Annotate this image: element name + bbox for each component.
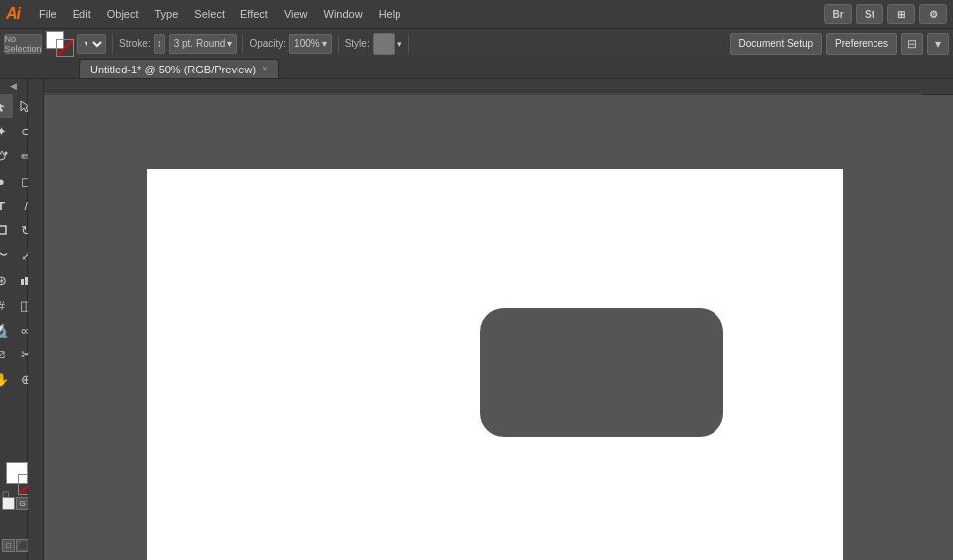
type-tool[interactable]: T	[0, 194, 13, 217]
opacity-value: 100%	[294, 38, 320, 49]
toolbox-collapse[interactable]: ◀	[10, 81, 17, 91]
hand-tool[interactable]: ✋	[0, 367, 13, 391]
main-layout: ◀ ✦ ⊂ ✏ ● ◻ T /	[0, 79, 953, 560]
stroke-swatch[interactable]	[56, 39, 74, 57]
toolbox: ◀ ✦ ⊂ ✏ ● ◻ T /	[0, 79, 28, 560]
bridge-icon-btn[interactable]: Br	[824, 4, 852, 24]
svg-point-2	[5, 152, 8, 155]
stroke-dropdown-arrow: ▾	[227, 38, 232, 49]
default-colors-icon[interactable]: ◻	[2, 490, 9, 499]
stroke-weight-value: 3 pt. Round	[174, 38, 226, 49]
style-swatch[interactable]	[373, 33, 395, 55]
stock-icon-btn[interactable]: St	[856, 4, 883, 24]
fill-stroke-swatch[interactable]	[46, 31, 74, 57]
document-setup-button[interactable]: Document Setup	[730, 33, 823, 55]
document-tab[interactable]: Untitled-1* @ 50% (RGB/Preview) ×	[79, 59, 279, 78]
stroke-weight-display: ↕	[157, 38, 162, 49]
mesh-tool[interactable]: #	[0, 293, 13, 317]
no-selection-label: No Selection	[4, 34, 42, 54]
tab-bar: Untitled-1* @ 50% (RGB/Preview) ×	[0, 58, 953, 79]
vertical-ruler	[28, 79, 44, 560]
horizontal-ruler	[28, 79, 953, 95]
style-dropdown-arrow[interactable]: ▾	[397, 39, 402, 49]
tab-close-button[interactable]: ×	[262, 64, 268, 74]
menu-view[interactable]: View	[277, 5, 315, 23]
top-toolbar: No Selection ▼ Stroke: ↕ 3 pt. Round ▾ O…	[0, 28, 953, 58]
more-options-btn[interactable]: ▾	[927, 33, 949, 55]
ruler-h-ticks	[28, 79, 953, 95]
canvas-area	[28, 79, 953, 560]
fill-stroke-section: ▼	[46, 31, 106, 57]
menu-select[interactable]: Select	[187, 5, 232, 23]
arrange-icon-btn[interactable]: ⊟	[901, 33, 923, 55]
blob-brush-tool[interactable]: ●	[0, 169, 13, 193]
change-screen-mode-row: □ ⬛	[2, 539, 29, 552]
menu-edit[interactable]: Edit	[66, 5, 98, 23]
select-tool[interactable]	[0, 94, 13, 118]
menu-file[interactable]: File	[32, 5, 64, 23]
normal-screen-btn[interactable]: □	[2, 539, 15, 552]
stroke-style-dropdown[interactable]: 3 pt. Round ▾	[169, 34, 238, 54]
toolbar-right: Document Setup Preferences ⊟ ▾	[730, 33, 949, 55]
style-label: Style:	[345, 38, 370, 49]
stroke-label: Stroke:	[119, 38, 151, 49]
opacity-arrow: ▾	[322, 38, 327, 49]
separator-1	[112, 34, 113, 54]
svg-rect-3	[0, 226, 6, 234]
svg-rect-4	[21, 279, 24, 285]
opacity-control[interactable]: 100% ▾	[289, 34, 332, 54]
magic-wand-tool[interactable]: ✦	[0, 119, 13, 143]
symbol-tool[interactable]: ⊛	[0, 268, 13, 292]
rectangle-tool[interactable]	[0, 218, 13, 242]
eyedropper-tool[interactable]: 🔬	[0, 318, 13, 342]
app-icons-right: Br St ⊞ ⚙	[824, 4, 947, 24]
menu-effect[interactable]: Effect	[234, 5, 275, 23]
preferences-button[interactable]: Preferences	[826, 33, 897, 55]
slice-tool[interactable]: ⧄	[0, 343, 13, 366]
stroke-style-section: 3 pt. Round ▾	[169, 34, 238, 54]
stroke-section: Stroke: ↕	[119, 34, 165, 54]
menu-type[interactable]: Type	[148, 5, 186, 23]
warp-tool[interactable]: 〜	[0, 243, 13, 267]
tab-title: Untitled-1* @ 50% (RGB/Preview)	[90, 64, 256, 75]
separator-2	[242, 34, 243, 54]
style-section: Style: ▾	[345, 33, 402, 55]
svg-marker-0	[0, 101, 5, 112]
separator-4	[408, 34, 409, 54]
stroke-none-line	[56, 39, 74, 57]
menu-bar: Ai File Edit Object Type Select Effect V…	[0, 0, 953, 28]
rounded-rectangle-shape[interactable]	[480, 308, 723, 437]
menu-help[interactable]: Help	[372, 5, 408, 23]
workspace-icon-btn[interactable]: ⊞	[887, 4, 915, 24]
opacity-label: Opacity:	[249, 38, 286, 49]
pen-tool[interactable]	[0, 144, 13, 168]
selection-section: No Selection	[4, 34, 42, 54]
artboard	[147, 169, 843, 560]
toolbox-nav: □ ⬛	[2, 539, 29, 552]
fill-select[interactable]: ▼	[77, 34, 106, 54]
app-logo: Ai	[6, 5, 20, 23]
menu-object[interactable]: Object	[100, 5, 146, 23]
separator-3	[338, 34, 339, 54]
opacity-section: Opacity: 100% ▾	[249, 34, 331, 54]
workflow-icon-btn[interactable]: ⚙	[919, 4, 947, 24]
menu-window[interactable]: Window	[317, 5, 370, 23]
stroke-weight-control[interactable]: ↕	[154, 34, 165, 54]
